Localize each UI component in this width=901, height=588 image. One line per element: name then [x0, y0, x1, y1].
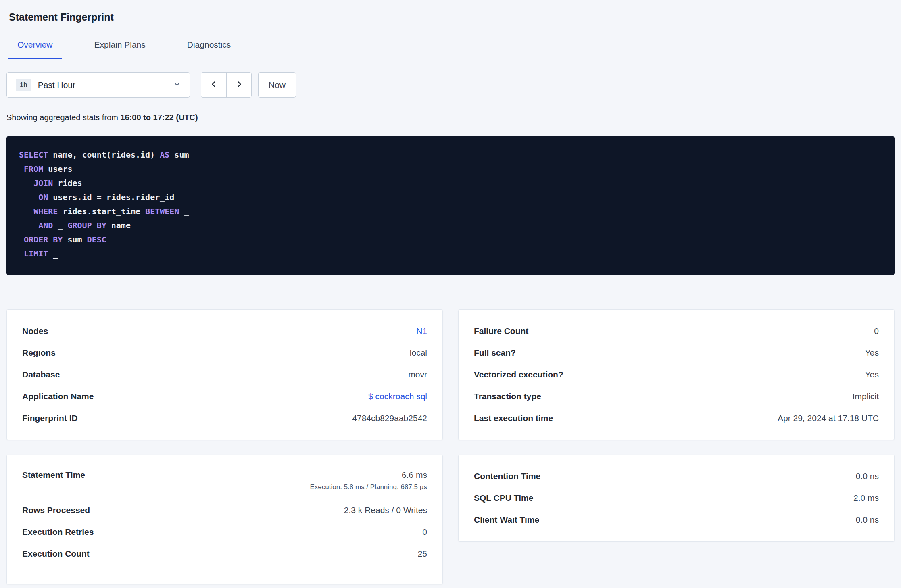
sql-line: JOIN rides	[19, 176, 882, 190]
row-label: Regions	[22, 348, 56, 358]
sql-text-token: _	[48, 249, 58, 259]
prev-time-button[interactable]	[201, 73, 226, 97]
detail-row-failure-count: Failure Count 0	[474, 320, 879, 342]
sql-keyword-token: JOIN	[33, 178, 53, 188]
row-label: Nodes	[22, 326, 48, 336]
sql-text-token: users.id = rides.rider_id	[48, 192, 174, 202]
sql-text-token: rides.start_time	[58, 206, 145, 216]
timing-cards-row: Statement Time 6.6 ms Execution: 5.8 ms …	[6, 455, 895, 584]
wait-time-card: Contention Time 0.0 ns SQL CPU Time 2.0 …	[458, 455, 895, 542]
row-value: 6.6 ms	[402, 470, 427, 480]
nodes-link[interactable]: N1	[416, 326, 427, 336]
chevron-down-icon	[173, 81, 181, 90]
app-name-link[interactable]: $ cockroach sql	[368, 392, 427, 401]
row-value: Implicit	[853, 392, 879, 401]
sql-keyword-token: GROUP BY	[67, 221, 106, 230]
page-title: Statement Fingerprint	[6, 0, 895, 32]
sql-keyword-token: ORDER BY	[24, 235, 63, 244]
sql-statement-box: SELECT name, count(rides.id) AS sum FROM…	[6, 136, 895, 275]
row-value: movr	[408, 370, 427, 379]
details-cards-row: Nodes N1 Regions local Database movr App…	[6, 309, 895, 440]
timing-row-rows-processed: Rows Processed 2.3 k Reads / 0 Writes	[22, 499, 427, 521]
row-label: Database	[22, 370, 60, 379]
row-value: Yes	[865, 370, 879, 379]
row-label: Application Name	[22, 392, 94, 401]
sql-line: ORDER BY sum DESC	[19, 233, 882, 247]
row-value: 0.0 ns	[856, 471, 879, 481]
stats-caption: Showing aggregated stats from 16:00 to 1…	[6, 113, 895, 122]
row-label: Transaction type	[474, 392, 541, 401]
row-label: Failure Count	[474, 326, 528, 336]
sql-text-token	[19, 164, 24, 174]
sql-text-token: sum	[169, 150, 189, 160]
sql-text-token	[19, 235, 24, 244]
next-time-button[interactable]	[226, 73, 251, 97]
sql-keyword-token: LIMIT	[24, 249, 48, 259]
time-step-group	[201, 72, 252, 98]
tab-explain-plans[interactable]: Explain Plans	[85, 32, 155, 59]
sql-text-token: name	[106, 221, 131, 230]
chevron-left-icon	[210, 80, 218, 90]
row-value: Apr 29, 2024 at 17:18 UTC	[778, 413, 879, 423]
tab-bar: Overview Explain Plans Diagnostics	[6, 32, 895, 59]
sql-keyword-token: ON	[38, 192, 48, 202]
sql-keyword-token: SELECT	[19, 150, 48, 160]
sql-keyword-token: AND	[38, 221, 53, 230]
statement-timing-card: Statement Time 6.6 ms Execution: 5.8 ms …	[6, 455, 443, 584]
sql-text-token: _	[179, 206, 189, 216]
sql-line: SELECT name, count(rides.id) AS sum	[19, 148, 882, 162]
timing-row-statement-time: Statement Time 6.6 ms Execution: 5.8 ms …	[22, 465, 427, 499]
row-value: 0	[422, 527, 427, 537]
stats-caption-prefix: Showing aggregated stats from	[6, 113, 120, 122]
tab-diagnostics[interactable]: Diagnostics	[178, 32, 240, 59]
timing-row-sql-cpu-time: SQL CPU Time 2.0 ms	[474, 487, 879, 509]
now-button[interactable]: Now	[258, 72, 296, 98]
row-value: 0.0 ns	[856, 515, 879, 525]
statement-time-values: 6.6 ms Execution: 5.8 ms / Planning: 687…	[310, 470, 427, 491]
detail-row-vectorized: Vectorized execution? Yes	[474, 364, 879, 386]
row-value: 25	[418, 549, 427, 559]
sql-text-token: _	[53, 221, 67, 230]
timing-row-execution-retries: Execution Retries 0	[22, 521, 427, 543]
sql-code: SELECT name, count(rides.id) AS sum FROM…	[19, 148, 882, 261]
timing-row-execution-count: Execution Count 25	[22, 543, 427, 565]
row-label: SQL CPU Time	[474, 493, 533, 503]
row-value: 2.0 ms	[853, 493, 879, 503]
statement-fingerprint-page: Statement Fingerprint Overview Explain P…	[0, 0, 901, 584]
row-label: Last execution time	[474, 413, 553, 423]
row-label: Execution Count	[22, 549, 90, 559]
sql-text-token	[19, 192, 38, 202]
execution-attributes-card: Failure Count 0 Full scan? Yes Vectorize…	[458, 309, 895, 440]
row-value: local	[410, 348, 427, 358]
sql-text-token	[19, 221, 38, 230]
sql-keyword-token: BETWEEN	[145, 206, 179, 216]
sql-keyword-token: FROM	[24, 164, 43, 174]
detail-row-transaction-type: Transaction type Implicit	[474, 386, 879, 407]
timing-row-contention-time: Contention Time 0.0 ns	[474, 465, 879, 487]
interval-label: Past Hour	[38, 80, 173, 90]
row-label: Execution Retries	[22, 527, 94, 537]
row-label: Contention Time	[474, 471, 540, 481]
time-controls: 1h Past Hour Now	[6, 72, 895, 98]
sql-text-token: sum	[63, 235, 87, 244]
detail-row-regions: Regions local	[22, 342, 427, 364]
sql-line: AND _ GROUP BY name	[19, 219, 882, 233]
sql-text-token: rides	[53, 178, 82, 188]
row-label: Fingerprint ID	[22, 413, 78, 423]
row-label: Full scan?	[474, 348, 516, 358]
timing-row-client-wait-time: Client Wait Time 0.0 ns	[474, 509, 879, 531]
row-value: 4784cb829aab2542	[352, 413, 427, 423]
detail-row-last-execution-time: Last execution time Apr 29, 2024 at 17:1…	[474, 407, 879, 429]
detail-row-fingerprint-id: Fingerprint ID 4784cb829aab2542	[22, 407, 427, 429]
time-interval-dropdown[interactable]: 1h Past Hour	[6, 72, 190, 98]
sql-text-token: name, count(rides.id)	[48, 150, 160, 160]
row-label: Client Wait Time	[474, 515, 539, 525]
detail-row-application-name: Application Name $ cockroach sql	[22, 386, 427, 407]
sql-keyword-token: DESC	[87, 235, 106, 244]
row-label: Vectorized execution?	[474, 370, 563, 379]
sql-line: WHERE rides.start_time BETWEEN _	[19, 204, 882, 219]
interval-badge: 1h	[16, 79, 31, 91]
detail-row-full-scan: Full scan? Yes	[474, 342, 879, 364]
row-subvalue: Execution: 5.8 ms / Planning: 687.5 µs	[310, 483, 427, 491]
tab-overview[interactable]: Overview	[8, 32, 62, 59]
